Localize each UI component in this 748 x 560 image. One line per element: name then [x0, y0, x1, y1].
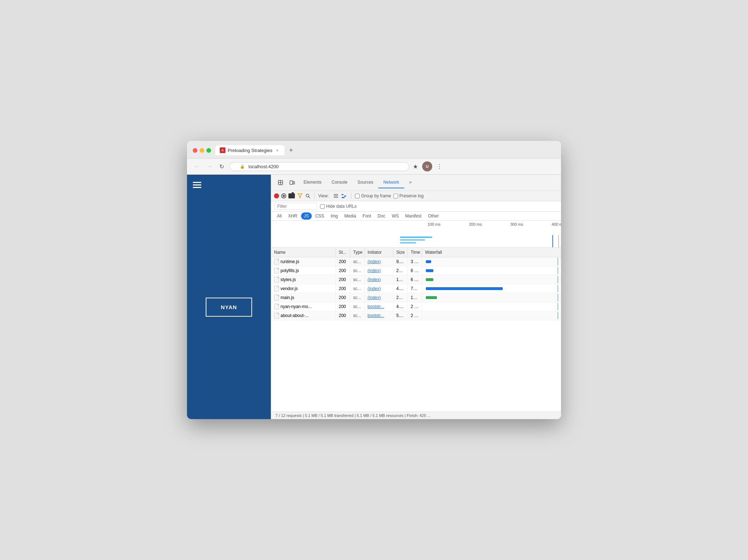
address-bar: ← → ↻ 🔒 localhost:4200 ★ U ⋮ [187, 159, 561, 175]
td-name-runtime: runtime.js [271, 257, 336, 266]
tab-more[interactable]: » [404, 177, 417, 188]
td-initiator-about[interactable]: bootstr... [365, 312, 393, 320]
td-status-about: 200 [336, 312, 350, 320]
td-initiator-nyan[interactable]: bootstr... [365, 303, 393, 311]
type-filter-xhr[interactable]: XHR [285, 212, 300, 220]
th-status[interactable]: St... [336, 248, 350, 257]
maximize-traffic-light[interactable] [206, 148, 211, 153]
td-name-vendor: vendor.js [271, 284, 336, 293]
active-tab[interactable]: A Preloading Strategies × [215, 145, 284, 155]
search-icon[interactable] [305, 193, 311, 199]
table-row[interactable]: runtime.js 200 sc... (index) 9.... 3 ms [271, 257, 561, 266]
device-toolbar-icon[interactable] [287, 178, 297, 188]
type-filter-manifest[interactable]: Manifest [402, 212, 424, 220]
table-row[interactable]: about-about-... 200 sc... bootstr... 5..… [271, 311, 561, 320]
toolbar-separator-2 [351, 193, 351, 199]
close-traffic-light[interactable] [193, 148, 197, 153]
type-filter-media[interactable]: Media [341, 212, 359, 220]
th-size[interactable]: Size [393, 248, 408, 257]
type-filter-all[interactable]: All [274, 212, 284, 220]
hide-data-urls-checkbox[interactable] [320, 204, 325, 209]
td-size-styles: 18... [393, 276, 408, 284]
tab-sources[interactable]: Sources [352, 177, 378, 188]
refresh-button[interactable]: ↻ [217, 162, 226, 171]
td-initiator-runtime[interactable]: (index) [365, 258, 393, 266]
type-filter-other[interactable]: Other [425, 212, 442, 220]
file-icon [274, 286, 279, 292]
tab-console[interactable]: Console [327, 177, 352, 188]
waterfall-view-icon[interactable] [340, 192, 347, 199]
table-row[interactable]: polyfills.js 200 sc... (index) 24... 6 m… [271, 266, 561, 275]
waterfall-bar [426, 287, 503, 290]
nyan-button[interactable]: NYAN [206, 298, 252, 317]
td-waterfall-vendor [422, 285, 561, 292]
filter-input[interactable] [274, 203, 317, 210]
th-time[interactable]: Time [408, 248, 422, 257]
table-row[interactable]: main.js 200 sc... (index) 25... 12... [271, 293, 561, 302]
preserve-log-input[interactable] [393, 194, 398, 198]
stop-button[interactable] [281, 193, 286, 198]
td-waterfall-about [422, 312, 561, 319]
app-main: NYAN [187, 195, 271, 419]
record-button[interactable] [274, 193, 279, 198]
type-filter-img[interactable]: Img [328, 212, 341, 220]
type-filter-doc[interactable]: Doc [375, 212, 388, 220]
tab-network[interactable]: Network [378, 177, 404, 188]
timeline-labels: 100 ms 200 ms 300 ms 400 ms 500 ms [271, 221, 561, 228]
th-name[interactable]: Name [271, 248, 336, 257]
address-right: ★ U ⋮ [413, 161, 442, 171]
th-waterfall[interactable]: Waterfall ▲ [422, 248, 561, 257]
wf-blue-vline [558, 312, 558, 319]
group-by-frame-input[interactable] [355, 194, 360, 198]
svg-rect-4 [293, 182, 295, 184]
table-row[interactable]: vendor.js 200 sc... (index) 4.... 76... [271, 284, 561, 293]
new-tab-button[interactable]: + [286, 145, 296, 155]
td-name-styles: styles.js [271, 275, 336, 284]
table-row[interactable]: nyan-nyan-mo... 200 sc... bootstr... 4..… [271, 302, 561, 311]
svg-rect-13 [342, 197, 345, 198]
app-content: NYAN [187, 175, 271, 419]
bookmark-icon[interactable]: ★ [413, 163, 418, 170]
menu-icon[interactable]: ⋮ [437, 163, 442, 170]
th-initiator[interactable]: Initiator [365, 248, 393, 257]
filter-icon[interactable] [297, 193, 303, 199]
screenshot-button[interactable] [288, 193, 295, 198]
tab-bar: A Preloading Strategies × + [215, 145, 296, 155]
list-view-icon[interactable] [332, 192, 339, 199]
devtools-icons [274, 175, 298, 191]
user-avatar[interactable]: U [422, 161, 432, 171]
table-row[interactable]: styles.js 200 sc... (index) 18... 6 ms [271, 275, 561, 284]
tab-close-button[interactable]: × [274, 147, 280, 153]
tab-title: Preloading Strategies [228, 148, 272, 153]
td-time-nyan: 2 ms [408, 303, 422, 311]
type-filter-font[interactable]: Font [360, 212, 374, 220]
td-initiator-polyfills[interactable]: (index) [365, 267, 393, 275]
svg-rect-3 [290, 181, 293, 184]
hamburger-menu[interactable] [187, 175, 271, 195]
back-button[interactable]: ← [193, 162, 201, 171]
type-filter-js[interactable]: JS [301, 212, 312, 220]
forward-button[interactable]: → [205, 162, 214, 171]
waterfall-bar [426, 260, 431, 263]
td-initiator-vendor[interactable]: (index) [365, 285, 393, 293]
wf-blue-vline [558, 294, 558, 301]
table-header: Name St... Type Initiator Size Time Wate… [271, 248, 561, 257]
td-status-styles: 200 [336, 276, 350, 284]
type-filter-ws[interactable]: WS [389, 212, 401, 220]
tab-favicon: A [220, 147, 225, 153]
address-input[interactable]: 🔒 localhost:4200 [229, 162, 409, 171]
td-initiator-main[interactable]: (index) [365, 294, 393, 302]
th-type[interactable]: Type [350, 248, 365, 257]
td-status-nyan: 200 [336, 303, 350, 311]
tab-elements[interactable]: Elements [298, 177, 327, 188]
wf-blue-vline [558, 303, 558, 310]
td-initiator-styles[interactable]: (index) [365, 276, 393, 284]
toolbar-separator-1 [314, 193, 315, 199]
timeline-blue-vline [552, 235, 553, 248]
type-filter-css[interactable]: CSS [313, 212, 327, 220]
minimize-traffic-light[interactable] [200, 148, 204, 153]
devtools-header: Elements Console Sources Network » ⋮ × [271, 175, 561, 191]
file-icon [274, 268, 279, 274]
file-name: main.js [280, 295, 294, 300]
element-picker-icon[interactable] [275, 178, 286, 188]
